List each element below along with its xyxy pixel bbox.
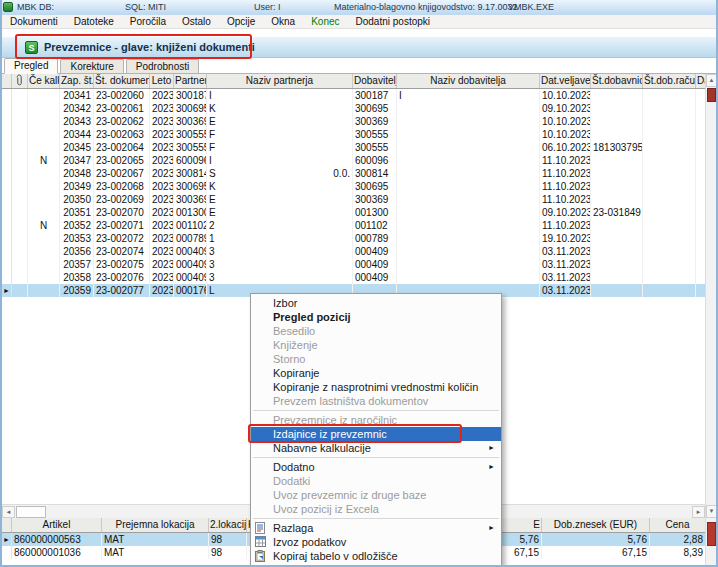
cell-dat: 11.10.2023 xyxy=(540,154,591,167)
column-header-lok2[interactable]: 2.lokacija xyxy=(209,518,247,532)
cell-naziv_d xyxy=(397,167,540,180)
menubar-item-datoteke[interactable]: Datoteke xyxy=(66,15,122,29)
scroll-left-icon[interactable]: ◄ xyxy=(2,506,15,518)
menu-item-kopiranje-z-nasprotnimi-vrednostmi-koli-in[interactable]: Kopiranje z nasprotnimi vrednostmi količ… xyxy=(251,380,501,394)
table-row[interactable]: 2034223-0020612023300695K30069509.10.202… xyxy=(2,102,705,115)
column-header-partner[interactable]: Partner xyxy=(174,74,207,88)
cell-leto: 2023 xyxy=(150,102,174,115)
current-row-marker xyxy=(2,141,12,154)
menubar-item-konec[interactable]: Konec xyxy=(303,15,347,29)
column-header-dok[interactable]: Št. dokumenta xyxy=(94,74,150,88)
menubar-item-dodatni-postopki[interactable]: Dodatni postopki xyxy=(348,15,439,29)
table-row[interactable]: 2035123-0020702023001300E00130009.10.202… xyxy=(2,206,705,219)
tab-korekture[interactable]: Korekture xyxy=(60,59,123,73)
menu-item-kopiranje[interactable]: Kopiranje xyxy=(251,366,501,380)
table-row[interactable]: N2034723-0020652023600096I60009611.10.20… xyxy=(2,154,705,167)
table-row[interactable]: 2034523-0020642023300555F30055506.10.202… xyxy=(2,141,705,154)
column-header-leto[interactable]: Leto xyxy=(150,74,174,88)
table-row[interactable]: N2035223-0020712023001102200110211.10.20… xyxy=(2,219,705,232)
column-header-lok[interactable]: Prejemna lokacija xyxy=(102,518,209,532)
table-row[interactable]: 2035623-0020742023000409300040903.11.202… xyxy=(2,245,705,258)
table-row[interactable]: 2035023-0020692023300369E30036911.10.202… xyxy=(2,193,705,206)
column-header-cena[interactable]: Cena xyxy=(650,518,706,532)
current-row-marker xyxy=(2,258,12,271)
menu-item-knji-enje: Knjiženje xyxy=(251,338,501,352)
cell-dok: 23-002071 xyxy=(94,219,150,232)
cell-zap: 20359 xyxy=(60,284,94,297)
column-header-kalk[interactable]: Če kalk. xyxy=(28,74,60,88)
cell-dok: 23-002069 xyxy=(94,193,150,206)
menubar-item-ostalo[interactable]: Ostalo xyxy=(174,15,219,29)
menu-item-pregled-pozicij[interactable]: Pregled pozicij xyxy=(251,310,501,324)
panel-title: Prevzemnice - glave: knjiženi dokumenti xyxy=(44,41,255,53)
table-row[interactable]: 2034123-0020602023300187I300187I10.10.20… xyxy=(2,89,705,102)
cell-zap: 20342 xyxy=(60,102,94,115)
table-row[interactable]: 2034923-0020682023300695K30069511.10.202… xyxy=(2,180,705,193)
cell-kalk xyxy=(28,232,60,245)
bottom-vertical-scrollbar[interactable] xyxy=(705,518,716,565)
vertical-scrollbar[interactable]: ▲ ▼ xyxy=(705,74,716,518)
menu-item-storno: Storno xyxy=(251,352,501,366)
cell-attach xyxy=(12,206,28,219)
column-header-dobavnica[interactable]: Št.dobavnice xyxy=(591,74,643,88)
cell-partner: 300814 xyxy=(174,167,207,180)
header-marker-cell xyxy=(2,518,12,532)
vertical-scrollbar-thumb[interactable] xyxy=(707,88,716,102)
table-row[interactable]: 2035323-0020722023000789100078919.10.202… xyxy=(2,232,705,245)
cell-zap: 20343 xyxy=(60,115,94,128)
column-header-naziv[interactable]: Naziv partnerja xyxy=(207,74,353,88)
menu-item-izdajnice-iz-prevzemnic[interactable]: Izdajnice iz prevzemnic xyxy=(251,427,501,441)
cell-dob: 001300 xyxy=(353,206,397,219)
menu-item-nabavne-kalkulacije[interactable]: Nabavne kalkulacije► xyxy=(251,441,501,455)
column-header-zap[interactable]: Zap. št. xyxy=(60,74,94,88)
menu-item-izbor[interactable]: Izbor xyxy=(251,296,501,310)
table-row[interactable]: 2034423-0020632023300555F30055510.10.202… xyxy=(2,128,705,141)
cell-dobavnica xyxy=(591,102,643,115)
cell-racun xyxy=(643,206,696,219)
column-header-racun[interactable]: Št.dob.računa xyxy=(643,74,696,88)
current-row-marker xyxy=(2,180,12,193)
table-row[interactable]: 2034823-0020672023300814S0.0.30081411.10… xyxy=(2,167,705,180)
cell-leto: 2023 xyxy=(150,89,174,102)
cell-leto: 2023 xyxy=(150,258,174,271)
table-icon xyxy=(255,536,267,548)
tab-pregled[interactable]: Pregled xyxy=(4,58,58,74)
cell-cena: 8,39 xyxy=(650,546,706,559)
scroll-down-icon[interactable]: ▼ xyxy=(706,505,717,518)
cell-lok2: 98 xyxy=(209,546,247,559)
scroll-up-icon[interactable]: ▲ xyxy=(706,74,717,87)
titlebar-product-label: Materialno-blagovno knjigovodstvo: 9.17.… xyxy=(334,2,518,12)
cell-kalk xyxy=(28,284,60,297)
cell-kalk xyxy=(28,89,60,102)
menubar-item-opcije[interactable]: Opcije xyxy=(219,15,263,29)
scroll-right-icon[interactable]: ► xyxy=(692,506,705,518)
current-row-marker xyxy=(2,102,12,115)
bottom-scrollbar-thumb[interactable] xyxy=(707,522,716,546)
column-header-artikel[interactable]: Artikel xyxy=(12,518,102,532)
column-header-dz[interactable]: Dob.znesek (EUR) xyxy=(542,518,650,532)
column-header-dat[interactable]: Dat.veljave xyxy=(540,74,591,88)
menubar-item-dokumenti[interactable]: Dokumenti xyxy=(2,15,66,29)
column-header-dob[interactable]: Dobavitelj xyxy=(353,74,397,88)
menu-item-izvoz-podatkov[interactable]: Izvoz podatkov xyxy=(251,535,501,549)
menu-item-razlaga[interactable]: Razlaga► xyxy=(251,521,501,535)
menubar-item-okna[interactable]: Okna xyxy=(263,15,303,29)
tab-podrobnosti[interactable]: Podrobnosti xyxy=(126,59,199,73)
paperclip-icon[interactable] xyxy=(12,74,28,88)
menubar-item-poro-ila[interactable]: Poročila xyxy=(122,15,174,29)
table-row[interactable]: 2035723-0020752023000409300040903.11.202… xyxy=(2,258,705,271)
menu-item-dodatno[interactable]: Dodatno► xyxy=(251,460,501,474)
menu-item-besedilo: Besedilo xyxy=(251,324,501,338)
column-header-naziv_d[interactable]: Naziv dobavitelja xyxy=(397,74,540,88)
cell-racun xyxy=(643,167,696,180)
horizontal-scrollbar-thumb[interactable] xyxy=(16,506,46,518)
menu-item-kopiraj-tabelo-v-odlo-i-e[interactable]: Kopiraj tabelo v odložišče xyxy=(251,549,501,563)
cell-dob: 000409 xyxy=(353,258,397,271)
cell-naziv_d xyxy=(397,258,540,271)
table-row[interactable]: 2034323-0020622023300369E30036910.10.202… xyxy=(2,115,705,128)
table-row[interactable]: 2035823-0020762023000409300040903.11.202… xyxy=(2,271,705,284)
cell-zap: 20341 xyxy=(60,89,94,102)
menu-bar: DokumentiDatotekePoročilaOstaloOpcijeOkn… xyxy=(2,15,716,29)
cell-zap: 20348 xyxy=(60,167,94,180)
cell-naziv: 1 xyxy=(207,232,353,245)
